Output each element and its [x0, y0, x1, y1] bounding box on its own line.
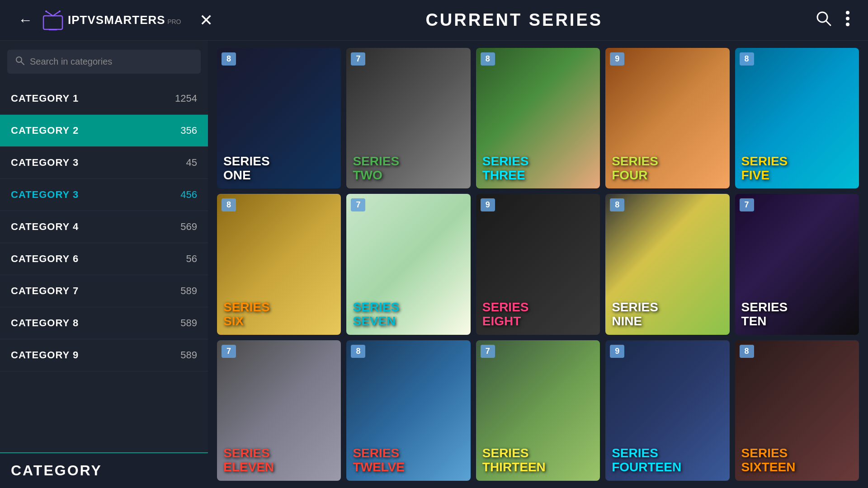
- sidebar-item-6[interactable]: CATEGORY 7589: [0, 275, 208, 307]
- series-title-8: SERIESEIGHT: [482, 300, 594, 328]
- page-title: CURRENT SERIES: [425, 10, 603, 30]
- category-list: CATEGORY 11254CATEGORY 2356CATEGORY 345C…: [0, 83, 208, 371]
- category-count-4: 569: [180, 221, 197, 233]
- search-box-icon: [15, 56, 24, 67]
- category-name-0: CATEGORY 1: [11, 93, 79, 104]
- series-title-15: SERIESSIXTEEN: [741, 446, 853, 474]
- series-card-5[interactable]: 8SERIESFIVE: [735, 48, 859, 188]
- series-title-10: SERIESTEN: [741, 300, 853, 328]
- category-name-5: CATEGORY 6: [11, 253, 79, 265]
- series-title-4: SERIESFOUR: [612, 155, 723, 183]
- series-card-12[interactable]: 8SERIESTWELVE: [346, 340, 470, 481]
- sidebar-item-0[interactable]: CATEGORY 11254: [0, 83, 208, 115]
- series-title-7: SERIESSEVEN: [353, 300, 464, 328]
- episode-badge-12: 8: [351, 345, 365, 358]
- category-name-3: CATEGORY 3: [11, 189, 79, 201]
- logo-text: IPTVSMARTERS PRO: [68, 13, 181, 27]
- svg-point-12: [846, 23, 849, 26]
- sidebar-item-7[interactable]: CATEGORY 8589: [0, 307, 208, 339]
- category-count-7: 589: [180, 317, 197, 329]
- sidebar: CATEGORY 11254CATEGORY 2356CATEGORY 345C…: [0, 41, 208, 488]
- series-card-3[interactable]: 8SERIESTHREE: [476, 48, 600, 188]
- category-count-1: 356: [180, 125, 197, 136]
- svg-line-9: [826, 21, 830, 25]
- search-input[interactable]: [30, 56, 193, 67]
- episode-badge-10: 7: [740, 198, 754, 211]
- svg-rect-5: [45, 18, 61, 28]
- category-name-6: CATEGORY 7: [11, 285, 79, 297]
- category-name-2: CATEGORY 3: [11, 157, 79, 169]
- episode-badge-1: 8: [222, 52, 236, 66]
- series-card-4[interactable]: 9SERIESFOUR: [605, 48, 729, 188]
- sidebar-item-5[interactable]: CATEGORY 656: [0, 243, 208, 275]
- logo: IPTVSMARTERS PRO: [42, 10, 181, 30]
- series-card-inner-13: 7SERIESTHIRTEEN: [476, 340, 600, 481]
- sidebar-item-1[interactable]: CATEGORY 2356: [0, 115, 208, 147]
- search-icon[interactable]: [816, 10, 832, 30]
- category-count-8: 589: [180, 349, 197, 361]
- series-card-10[interactable]: 7SERIESTEN: [735, 194, 859, 334]
- episode-badge-9: 8: [610, 198, 624, 211]
- sidebar-item-2[interactable]: CATEGORY 345: [0, 147, 208, 179]
- series-card-15[interactable]: 8SERIESSIXTEEN: [735, 340, 859, 481]
- series-card-inner-6: 8SERIESSIX: [217, 194, 341, 334]
- series-card-inner-7: 7SERIESSEVEN: [346, 194, 470, 334]
- series-card-2[interactable]: 7SERIESTWO: [346, 48, 470, 188]
- series-card-inner-5: 8SERIESFIVE: [735, 48, 859, 188]
- category-count-2: 45: [186, 157, 197, 169]
- category-name-7: CATEGORY 8: [11, 317, 79, 329]
- main-content: CATEGORY 11254CATEGORY 2356CATEGORY 345C…: [0, 41, 868, 488]
- series-card-6[interactable]: 8SERIESSIX: [217, 194, 341, 334]
- episode-badge-7: 7: [351, 198, 365, 211]
- sidebar-item-8[interactable]: CATEGORY 9589: [0, 339, 208, 371]
- series-card-9[interactable]: 8SERIESNINE: [605, 194, 729, 334]
- svg-point-10: [846, 11, 849, 14]
- header-left: ← IPTVSMARTERS PRO ✕: [18, 10, 213, 30]
- series-card-8[interactable]: 9SERIESEIGHT: [476, 194, 600, 334]
- series-card-inner-12: 8SERIESTWELVE: [346, 340, 470, 481]
- search-box[interactable]: [7, 50, 201, 74]
- series-card-inner-4: 9SERIESFOUR: [605, 48, 729, 188]
- category-footer-label: CATEGORY: [0, 452, 208, 488]
- svg-line-0: [46, 11, 53, 16]
- svg-point-2: [45, 10, 47, 12]
- series-card-inner-8: 9SERIESEIGHT: [476, 194, 600, 334]
- category-name-4: CATEGORY 4: [11, 221, 79, 233]
- series-card-1[interactable]: 8SERIESONE: [217, 48, 341, 188]
- svg-point-13: [16, 57, 22, 62]
- series-card-7[interactable]: 7SERIESSEVEN: [346, 194, 470, 334]
- category-count-5: 56: [186, 253, 197, 265]
- sidebar-item-3[interactable]: CATEGORY 3456: [0, 179, 208, 211]
- back-button[interactable]: ←: [18, 12, 33, 28]
- series-card-inner-9: 8SERIESNINE: [605, 194, 729, 334]
- series-card-inner-14: 9SERIESFOURTEEN: [605, 340, 729, 481]
- episode-badge-15: 8: [740, 345, 754, 358]
- more-options-icon[interactable]: [845, 10, 850, 30]
- episode-badge-13: 7: [481, 345, 495, 358]
- series-card-14[interactable]: 9SERIESFOURTEEN: [605, 340, 729, 481]
- sidebar-item-4[interactable]: CATEGORY 4569: [0, 211, 208, 243]
- episode-badge-11: 7: [222, 345, 236, 358]
- series-card-inner-1: 8SERIESONE: [217, 48, 341, 188]
- series-title-13: SERIESTHIRTEEN: [482, 446, 594, 474]
- episode-badge-8: 9: [481, 198, 495, 211]
- series-card-inner-11: 7SERIESELEVEN: [217, 340, 341, 481]
- series-title-12: SERIESTWELVE: [353, 446, 464, 474]
- series-title-11: SERIESELEVEN: [223, 446, 335, 474]
- episode-badge-5: 8: [740, 52, 754, 66]
- series-card-11[interactable]: 7SERIESELEVEN: [217, 340, 341, 481]
- header-right: [816, 10, 850, 30]
- episode-badge-14: 9: [610, 345, 624, 358]
- series-grid: 8SERIESONE7SERIESTWO8SERIESTHREE9SERIESF…: [208, 41, 868, 488]
- category-count-6: 589: [180, 285, 197, 297]
- series-title-9: SERIESNINE: [612, 300, 723, 328]
- series-title-5: SERIESFIVE: [741, 155, 853, 183]
- category-name-1: CATEGORY 2: [11, 125, 79, 136]
- series-card-13[interactable]: 7SERIESTHIRTEEN: [476, 340, 600, 481]
- episode-badge-2: 7: [351, 52, 365, 66]
- episode-badge-4: 9: [610, 52, 624, 66]
- svg-point-3: [59, 10, 61, 12]
- series-title-2: SERIESTWO: [353, 155, 464, 183]
- series-card-inner-3: 8SERIESTHREE: [476, 48, 600, 188]
- close-button[interactable]: ✕: [199, 11, 213, 30]
